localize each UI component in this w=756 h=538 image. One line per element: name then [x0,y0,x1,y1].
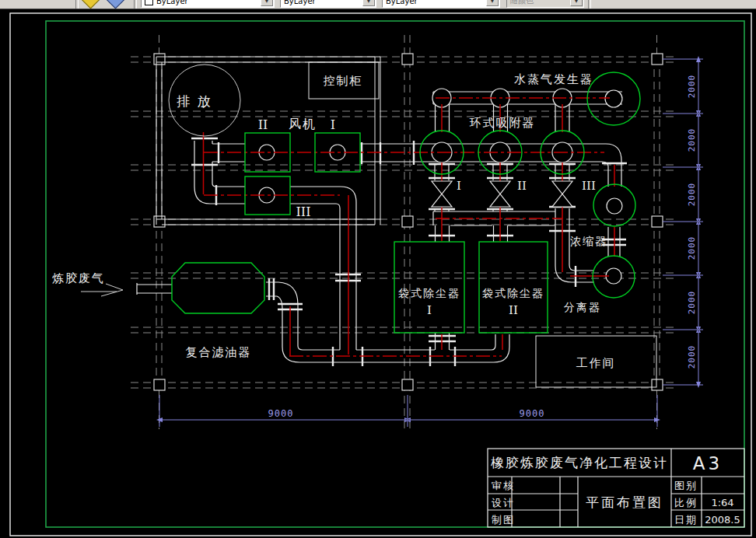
plotstyle-value: 随颜色 [510,0,534,6]
bag-filter-1-number: I [427,303,432,317]
concentrator-label: 浓缩器 [570,235,607,247]
make-layer-current-icon[interactable] [81,0,100,9]
toolbar-separator [75,0,79,9]
exhaust-label: 排 放 [177,93,212,109]
adsorber-3-number: III [582,179,596,193]
workroom-label: 工作间 [576,356,616,370]
chevron-down-icon[interactable]: ▼ [486,0,499,6]
chevron-down-icon: ▼ [570,0,583,6]
title-scale-value: 1:64 [711,497,733,508]
title-date-value: 2008.5 [705,514,740,526]
dim-right-1: 2000 [687,75,697,99]
dim-bottom-1: 9000 [268,408,294,419]
title-row-design: 设计 [492,497,515,508]
separator-label: 分离器 [564,301,601,313]
dim-right-3: 2000 [687,183,697,207]
bag-filter-2-label: 袋式除尘器 [482,287,544,299]
control-cabinet-label: 控制柜 [324,74,363,88]
fan-3-number: III [296,204,311,219]
title-row-date: 日期 [674,514,698,526]
lineweight-control-dropdown[interactable]: ByLayer ▼ [382,0,500,8]
title-sheet-size: A3 [693,453,723,473]
color-control-dropdown[interactable]: ByLayer ▼ [141,0,275,8]
dim-right-5: 2000 [687,291,697,315]
adsorber-2-number: II [517,179,527,193]
cad-canvas[interactable]: 排 放 控制柜 II 风机 I III 水蒸气发生器 环式吸附器 I II II… [0,0,756,538]
layer-states-icon[interactable] [106,0,124,9]
linetype-control-dropdown[interactable]: ByLayer ▼ [280,0,376,8]
oil-filter-label: 复合滤油器 [186,345,252,359]
properties-toolbar: ByLayer ▼ ByLayer ▼ ByLayer ▼ 随颜色 ▼ [0,0,756,9]
title-row-check: 审核 [492,480,515,491]
chevron-down-icon[interactable]: ▼ [362,0,375,6]
application-window: ByLayer ▼ ByLayer ▼ ByLayer ▼ 随颜色 ▼ [0,0,756,538]
title-row-draft: 制图 [492,514,515,526]
dim-bottom-2: 9000 [520,408,545,419]
steam-generator-label: 水蒸气发生器 [514,72,593,86]
title-drawing-name: 平面布置图 [586,494,663,510]
color-swatch [145,0,153,5]
bag-filter-1-label: 袋式除尘器 [398,287,460,299]
bag-filter-2-number: II [509,303,518,317]
inlet-gas-label: 炼胶废气 [52,271,105,285]
adsorber-1-number: I [457,179,461,193]
fan-label: 风机 [289,117,317,131]
ring-adsorber-label: 环式吸附器 [470,116,536,130]
title-project: 橡胶炼胶废气净化工程设计 [491,455,668,470]
toolbar-separator [588,0,591,9]
dim-right-6: 2000 [687,345,697,369]
toolbar-separator [134,0,137,9]
plotstyle-control-dropdown: 随颜色 ▼ [506,0,584,8]
lineweight-value: ByLayer [386,0,418,5]
color-value: ByLayer [156,0,188,5]
dim-right-2: 2000 [687,128,697,152]
linetype-value: ByLayer [284,0,316,5]
title-row-category: 图别 [674,480,698,491]
fan-2-number: II [258,117,268,132]
dim-right-4: 2000 [687,236,697,260]
fan-1-number: I [331,117,335,132]
title-row-scale: 比例 [674,497,698,508]
chevron-down-icon[interactable]: ▼ [261,0,273,6]
